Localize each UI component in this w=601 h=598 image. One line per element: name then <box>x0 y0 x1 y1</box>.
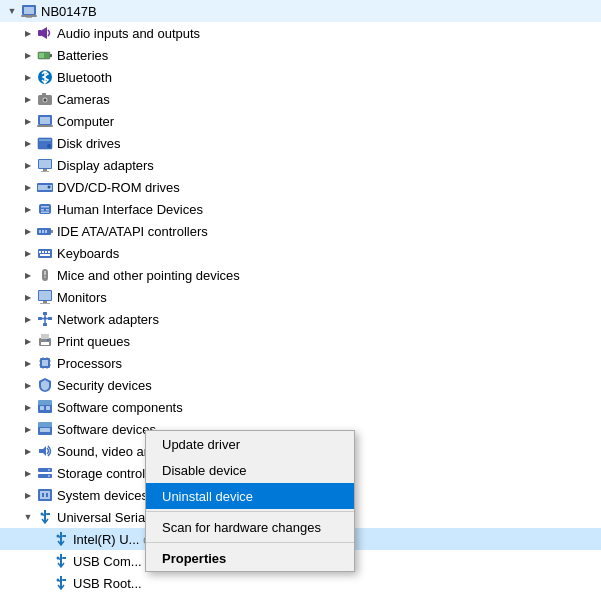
chevron-usb-com[interactable] <box>36 553 52 569</box>
context-menu-separator <box>146 542 354 543</box>
chevron-intel-usb[interactable] <box>36 531 52 547</box>
context-menu-label-uninstall-device: Uninstall device <box>162 489 253 504</box>
svg-point-58 <box>44 317 47 320</box>
icon-storage <box>36 464 54 482</box>
context-menu-item-uninstall-device[interactable]: Uninstall device <box>146 483 354 509</box>
chevron-usb-root[interactable] <box>36 575 52 591</box>
tree-item-softwarecomp[interactable]: ▶Software components <box>0 396 601 418</box>
svg-rect-64 <box>42 360 48 366</box>
tree-item-cameras[interactable]: ▶Cameras <box>0 88 601 110</box>
svg-rect-8 <box>39 53 44 58</box>
chevron-systemdev[interactable]: ▶ <box>20 487 36 503</box>
context-menu-item-properties[interactable]: Properties <box>146 545 354 571</box>
chevron-monitors[interactable]: ▶ <box>20 289 36 305</box>
chevron-usb[interactable]: ▼ <box>20 509 36 525</box>
svg-rect-79 <box>40 428 50 432</box>
tree-item-keyboards[interactable]: ▶Keyboards <box>0 242 601 264</box>
tree-item-display[interactable]: ▶Display adapters <box>0 154 601 176</box>
chevron-sound[interactable]: ▶ <box>20 443 36 459</box>
svg-rect-51 <box>43 323 47 326</box>
chevron-cameras[interactable]: ▶ <box>20 91 36 107</box>
chevron-nb0147b[interactable]: ▼ <box>4 3 20 19</box>
chevron-computer[interactable]: ▶ <box>20 113 36 129</box>
label-monitors: Monitors <box>57 290 107 305</box>
chevron-disk[interactable]: ▶ <box>20 135 36 151</box>
svg-point-12 <box>44 99 47 102</box>
svg-rect-31 <box>41 212 49 214</box>
chevron-batteries[interactable]: ▶ <box>20 47 36 63</box>
tree-item-processors[interactable]: ▶Processors <box>0 352 601 374</box>
svg-rect-4 <box>38 30 42 36</box>
svg-rect-21 <box>39 160 51 168</box>
svg-rect-29 <box>41 209 44 211</box>
tree-item-monitors[interactable]: ▶Monitors <box>0 286 601 308</box>
chevron-audio[interactable]: ▶ <box>20 25 36 41</box>
tree-item-dvd[interactable]: ▶DVD/CD-ROM drives <box>0 176 601 198</box>
chevron-dvd[interactable]: ▶ <box>20 179 36 195</box>
chevron-network[interactable]: ▶ <box>20 311 36 327</box>
icon-display <box>36 156 54 174</box>
chevron-softwarecomp[interactable]: ▶ <box>20 399 36 415</box>
svg-rect-78 <box>38 422 52 427</box>
svg-rect-60 <box>41 334 49 339</box>
svg-rect-76 <box>46 406 50 410</box>
chevron-storage[interactable]: ▶ <box>20 465 36 481</box>
icon-batteries <box>36 46 54 64</box>
svg-rect-23 <box>41 171 49 172</box>
chevron-bluetooth[interactable]: ▶ <box>20 69 36 85</box>
svg-rect-40 <box>45 251 47 253</box>
icon-usb-com <box>52 552 70 570</box>
label-keyboards: Keyboards <box>57 246 119 261</box>
svg-rect-61 <box>41 342 49 345</box>
svg-rect-37 <box>38 249 52 258</box>
context-menu-item-scan-hardware[interactable]: Scan for hardware changes <box>146 514 354 540</box>
chevron-softwaredev[interactable]: ▶ <box>20 421 36 437</box>
tree-item-hid[interactable]: ▶Human Interface Devices <box>0 198 601 220</box>
chevron-print[interactable]: ▶ <box>20 333 36 349</box>
icon-usb-root <box>52 574 70 592</box>
icon-computer <box>36 112 54 130</box>
icon-sound <box>36 442 54 460</box>
icon-bluetooth <box>36 68 54 86</box>
tree-item-computer[interactable]: ▶Computer <box>0 110 601 132</box>
chevron-processors[interactable]: ▶ <box>20 355 36 371</box>
svg-rect-36 <box>45 230 47 233</box>
tree-item-security[interactable]: ▶Security devices <box>0 374 601 396</box>
icon-monitors <box>36 288 54 306</box>
svg-rect-48 <box>43 301 47 303</box>
context-menu-item-disable-device[interactable]: Disable device <box>146 457 354 483</box>
icon-cameras <box>36 90 54 108</box>
tree-item-audio[interactable]: ▶Audio inputs and outputs <box>0 22 601 44</box>
label-bluetooth: Bluetooth <box>57 70 112 85</box>
chevron-ide[interactable]: ▶ <box>20 223 36 239</box>
tree-item-disk[interactable]: ▶Disk drives <box>0 132 601 154</box>
svg-rect-1 <box>24 7 34 14</box>
chevron-mice[interactable]: ▶ <box>20 267 36 283</box>
svg-rect-2 <box>21 15 37 17</box>
tree-item-print[interactable]: ▶Print queues <box>0 330 601 352</box>
tree-item-network[interactable]: ▶Network adapters <box>0 308 601 330</box>
tree-item-mice[interactable]: ▶Mice and other pointing devices <box>0 264 601 286</box>
tree-item-usb-root[interactable]: USB Root... <box>0 572 601 594</box>
context-menu-label-disable-device: Disable device <box>162 463 247 478</box>
chevron-hid[interactable]: ▶ <box>20 201 36 217</box>
context-menu-label-update-driver: Update driver <box>162 437 240 452</box>
label-disk: Disk drives <box>57 136 121 151</box>
tree-item-nb0147b[interactable]: ▼NB0147B <box>0 0 601 22</box>
svg-point-83 <box>48 469 50 471</box>
chevron-security[interactable]: ▶ <box>20 377 36 393</box>
icon-intel-usb <box>52 530 70 548</box>
svg-rect-88 <box>46 493 48 497</box>
chevron-keyboards[interactable]: ▶ <box>20 245 36 261</box>
tree-item-ide[interactable]: ▶IDE ATA/ATAPI controllers <box>0 220 601 242</box>
tree-item-bluetooth[interactable]: ▶Bluetooth <box>0 66 601 88</box>
svg-rect-15 <box>40 117 50 124</box>
svg-point-45 <box>44 276 46 278</box>
tree-item-batteries[interactable]: ▶Batteries <box>0 44 601 66</box>
context-menu-item-update-driver[interactable]: Update driver <box>146 431 354 457</box>
icon-softwaredev <box>36 420 54 438</box>
device-manager-tree: ▼NB0147B▶Audio inputs and outputs▶Batter… <box>0 0 601 598</box>
svg-rect-34 <box>39 230 41 233</box>
icon-processors <box>36 354 54 372</box>
chevron-display[interactable]: ▶ <box>20 157 36 173</box>
